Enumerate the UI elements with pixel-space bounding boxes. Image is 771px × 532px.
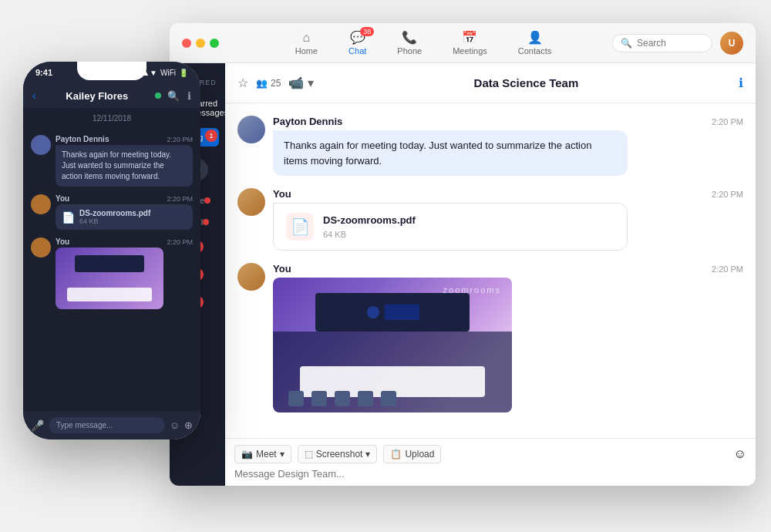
meet-button[interactable]: 📷 Meet ▾ [234,445,291,463]
phone-you-avatar-1 [31,194,51,214]
phone-room-table [67,288,152,301]
tab-home[interactable]: ⌂ Home [280,28,333,59]
chair-1 [288,391,304,406]
members-icon: 👥 [256,78,268,89]
tab-meetings-label: Meetings [453,46,487,56]
video-header-icon[interactable]: 📹 ▾ [288,76,313,90]
mobile-phone: 9:41 ▲▼ WiFi 🔋 ‹ Kailey Flores 🔍 ℹ 12/11… [23,62,200,439]
message-row: Payton Dennis 2:20 PM Thanks again for m… [237,116,743,176]
conference-screen [315,293,470,332]
screenshot-icon: ⬚ [305,449,313,460]
phone-message-input[interactable]: Type message... [49,417,165,433]
phone-header-icons: 🔍 ℹ [167,90,191,102]
chat-toolbar: 📷 Meet ▾ ⬚ Screenshot ▾ 📋 Upload ☺ [234,445,746,463]
phone-payton-avatar [31,135,51,155]
members-number: 25 [271,78,281,89]
message-3-content: You 2:20 PM zoomrooms [273,263,743,412]
phone-bubble-1: Thanks again for meeting today. Just wan… [56,145,193,187]
mention-me-dot [204,197,210,204]
chat-badge: 38 [360,27,374,36]
phone-input-placeholder: Type message... [56,421,113,429]
phone-search-icon[interactable]: 🔍 [167,90,180,102]
phone-pdf-icon: 📄 [62,211,75,224]
star-header-icon[interactable]: ☆ [237,76,248,90]
phone-info-icon[interactable]: ℹ [187,90,191,102]
phone-back-button[interactable]: ‹ [32,89,36,102]
chat-main-area: ☆ 👥 25 📹 ▾ Data Science Team ℹ Payton De… [225,63,756,486]
phone-message-3-header: You 2:20 PM [56,237,193,246]
user-avatar[interactable]: U [720,32,743,55]
phone-messages: Payton Dennis 2:20 PM Thanks again for m… [23,129,200,411]
phone-message-2-content: You 2:20 PM 📄 DS-zoomrooms.pdf 64 KB [56,194,193,230]
window-controls [182,39,219,48]
message-row-image: You 2:20 PM zoomrooms [237,263,743,412]
info-header-icon[interactable]: ℹ [739,76,743,90]
chat-input-area: 📷 Meet ▾ ⬚ Screenshot ▾ 📋 Upload ☺ [225,438,756,486]
search-bar[interactable]: 🔍 [612,34,712,52]
wifi-icon: WiFi [160,69,176,77]
message-3-time: 2:20 PM [712,264,743,274]
app-body: STARRED ★ Starred Messages ing 1 + @me @… [170,63,756,486]
nav-tabs: ⌂ Home 💬 Chat 38 📞 Phone 📅 Meetings 👤 Co… [234,27,612,59]
phone-date-label: 12/11/2018 [23,108,200,129]
close-button[interactable] [182,39,191,48]
you-avatar-1 [237,188,265,216]
upload-button[interactable]: 📋 Upload [383,445,441,463]
phone-time-3: 2:20 PM [167,238,193,246]
file-message-bubble[interactable]: 📄 DS-zoomrooms.pdf 64 KB [273,203,628,251]
members-count: 👥 25 [256,78,281,89]
search-input[interactable] [637,38,706,49]
tab-meetings[interactable]: 📅 Meetings [437,27,503,59]
tab-contacts[interactable]: 👤 Contacts [503,27,567,59]
meet-label: Meet [256,449,277,460]
upload-icon: 📋 [390,449,402,460]
message-1-bubble: Thanks again for meeting today. Just wan… [273,130,628,176]
sidebar-item-1-badge: 1 [205,130,217,142]
phone-emoji-icon[interactable]: ☺ [170,419,180,431]
phone-message-row-1: Payton Dennis 2:20 PM Thanks again for m… [31,135,193,187]
chat-input-row [234,468,746,480]
tab-phone-label: Phone [397,46,422,56]
pdf-icon: 📄 [286,213,314,241]
phone-plus-icon[interactable]: ⊕ [184,419,193,431]
phone-message-1-header: Payton Dennis 2:20 PM [56,135,193,143]
emoji-button[interactable]: ☺ [734,447,746,461]
desktop-window: ⌂ Home 💬 Chat 38 📞 Phone 📅 Meetings 👤 Co… [170,23,756,486]
phone-file-bubble[interactable]: 📄 DS-zoomrooms.pdf 64 KB [56,204,193,230]
phone-message-row-3: You 2:20 PM [31,237,193,309]
maximize-button[interactable] [210,39,219,48]
tab-chat[interactable]: 💬 Chat 38 [333,27,382,59]
phone-time-1: 2:20 PM [167,136,193,143]
screenshot-button[interactable]: ⬚ Screenshot ▾ [298,445,378,463]
phone-room-screen [75,255,144,272]
phone-image-bubble [56,247,163,309]
phone-screen: 9:41 ▲▼ WiFi 🔋 ‹ Kailey Flores 🔍 ℹ 12/11… [23,62,200,439]
tab-contacts-label: Contacts [518,46,551,56]
message-input[interactable] [234,468,746,480]
mention-all-dot [203,219,209,225]
file-info: DS-zoomrooms.pdf 64 KB [323,213,416,241]
chat-header: ☆ 👥 25 📹 ▾ Data Science Team ℹ [225,63,756,103]
phone-time: 9:41 [35,68,52,77]
message-2-header: You 2:20 PM [273,188,743,200]
phone-mic-icon[interactable]: 🎤 [31,419,44,432]
file-size: 64 KB [323,228,416,241]
message-1-header: Payton Dennis 2:20 PM [273,116,743,127]
phone-message-2-header: You 2:20 PM [56,194,193,203]
phone-input-icons: ☺ ⊕ [170,419,193,431]
minimize-button[interactable] [196,39,205,48]
message-row-file: You 2:20 PM 📄 DS-zoomrooms.pdf 64 KB [237,188,743,251]
message-1-sender: Payton Dennis [273,116,342,127]
phone-filename: DS-zoomrooms.pdf [79,209,150,217]
file-name: DS-zoomrooms.pdf [323,213,416,228]
tab-home-label: Home [295,46,318,56]
zoom-room-image: zoomrooms [273,278,512,412]
tab-phone[interactable]: 📞 Phone [382,27,437,59]
chair-5 [381,391,396,406]
svg-rect-2 [385,305,419,320]
phone-icon: 📞 [402,30,417,45]
upload-label: Upload [405,449,434,460]
meet-icon: 📷 [241,449,253,460]
messages-area: Payton Dennis 2:20 PM Thanks again for m… [225,103,756,438]
online-indicator [155,93,161,99]
